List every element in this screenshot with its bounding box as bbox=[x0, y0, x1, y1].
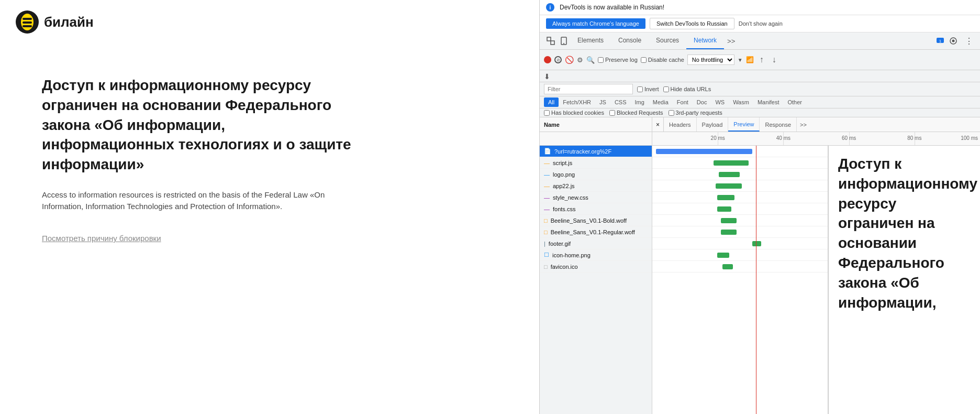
waterfall-timeline-header: 20 ms 40 ms 60 ms 80 ms 100 ms bbox=[652, 132, 980, 145]
img-icon: — bbox=[544, 171, 550, 178]
tab-network[interactable]: Network bbox=[686, 32, 724, 49]
chat-icon: 1 bbox=[936, 37, 944, 45]
info-icon: i bbox=[546, 3, 554, 12]
has-blocked-cookies-checkbox[interactable] bbox=[544, 110, 550, 116]
file-item-regularwoff[interactable]: □ Beeline_Sans_V0.1-Regular.woff bbox=[540, 226, 652, 238]
search-icon-button[interactable]: 🔍 bbox=[586, 56, 595, 64]
js-icon: — bbox=[544, 160, 550, 166]
file-name-app22js: app22.js bbox=[553, 183, 648, 189]
close-pane-button[interactable]: × bbox=[652, 117, 664, 132]
invert-checkbox[interactable] bbox=[637, 86, 643, 92]
file-name-boldwoff: Beeline_Sans_V0.1-Bold.woff bbox=[551, 217, 648, 224]
page-content: Доступ к информационному ресурсу огранич… bbox=[0, 44, 539, 275]
stop-button[interactable]: ⊘ bbox=[554, 56, 562, 63]
type-filter-fetch[interactable]: Fetch/XHR bbox=[559, 97, 595, 107]
network-toolbar: ⊘ 🚫 ⚙ 🔍 Preserve log Disable cache No th… bbox=[540, 50, 980, 70]
more-tabs-button[interactable]: >> bbox=[797, 122, 810, 128]
tab-preview[interactable]: Preview bbox=[728, 117, 760, 132]
type-filter-media[interactable]: Media bbox=[649, 97, 673, 107]
filter-input[interactable] bbox=[544, 84, 633, 94]
type-filter-all[interactable]: All bbox=[544, 97, 559, 107]
blocked-requests-label[interactable]: Blocked Requests bbox=[609, 110, 663, 116]
waterfall-area bbox=[652, 146, 828, 414]
view-block-reason-link[interactable]: Посмотреть причину блокировки bbox=[42, 234, 161, 243]
name-column-header[interactable]: Name bbox=[540, 117, 652, 132]
hide-data-urls-checkbox[interactable] bbox=[663, 86, 669, 92]
png-icon: ☐ bbox=[544, 252, 549, 258]
type-filter-css[interactable]: CSS bbox=[610, 97, 631, 107]
page-title-russian: Доступ к информационному ресурсу огранич… bbox=[42, 75, 356, 175]
file-item-app22js[interactable]: — app22.js bbox=[540, 180, 652, 192]
tab-payload[interactable]: Payload bbox=[697, 117, 729, 132]
file-item-favicon[interactable]: □ favicon.ico bbox=[540, 261, 652, 273]
more-options-button[interactable]: ⋮ bbox=[962, 33, 976, 49]
file-item-footergif[interactable]: | footer.gif bbox=[540, 238, 652, 249]
type-filter-doc[interactable]: Doc bbox=[693, 97, 711, 107]
svg-point-12 bbox=[952, 40, 955, 42]
file-item-scriptjs[interactable]: — script.js bbox=[540, 157, 652, 169]
file-name-logopng: logo.png bbox=[553, 171, 648, 178]
tab-more[interactable]: >> bbox=[724, 34, 738, 48]
page-area: билайн Доступ к информационному ресурсу … bbox=[0, 0, 539, 414]
disable-cache-checkbox[interactable] bbox=[641, 57, 647, 63]
invert-label[interactable]: Invert bbox=[637, 86, 659, 92]
settings-icon-button[interactable] bbox=[946, 34, 960, 48]
file-name-scriptjs: script.js bbox=[553, 160, 648, 166]
import-har-button[interactable]: ↑ bbox=[757, 52, 766, 68]
file-item-stylenewcss[interactable]: — style_new.css bbox=[540, 192, 652, 203]
inspect-icon-button[interactable] bbox=[544, 34, 558, 48]
preserve-log-label[interactable]: Preserve log bbox=[598, 57, 638, 63]
export-har-button[interactable]: ↓ bbox=[770, 52, 779, 68]
blocked-options-row: Has blocked cookies Blocked Requests 3rd… bbox=[540, 108, 980, 117]
hide-data-urls-label[interactable]: Hide data URLs bbox=[663, 86, 711, 92]
devtools-panel: i DevTools is now available in Russian! … bbox=[539, 0, 980, 414]
devtools-info-bar: i DevTools is now available in Russian! bbox=[540, 0, 980, 15]
switch-to-russian-button[interactable]: Switch DevTools to Russian bbox=[650, 18, 734, 29]
tab-console[interactable]: Console bbox=[611, 32, 649, 49]
record-button[interactable] bbox=[544, 56, 551, 63]
blocked-requests-checkbox[interactable] bbox=[609, 110, 615, 116]
ico-icon: □ bbox=[544, 264, 548, 270]
preserve-log-checkbox[interactable] bbox=[598, 57, 604, 63]
filter-icon-button[interactable]: ⚙ bbox=[577, 56, 583, 64]
has-blocked-cookies-label[interactable]: Has blocked cookies bbox=[544, 110, 604, 116]
type-filter-row: All Fetch/XHR JS CSS Img Media Font Doc … bbox=[540, 96, 980, 108]
css-icon: — bbox=[544, 194, 550, 201]
download-icon[interactable]: ⬇ bbox=[544, 72, 550, 81]
file-item-boldwoff[interactable]: □ Beeline_Sans_V0.1-Bold.woff bbox=[540, 215, 652, 226]
type-filter-font[interactable]: Font bbox=[673, 97, 693, 107]
device-toolbar-button[interactable] bbox=[558, 34, 570, 48]
file-list: 📄 ?url=rutracker.org%2F — script.js — lo… bbox=[540, 146, 652, 414]
file-name-regularwoff: Beeline_Sans_V0.1-Regular.woff bbox=[551, 229, 648, 235]
preview-content: Доступ к информационному ресурсу огранич… bbox=[838, 154, 971, 312]
file-item-fontscss[interactable]: — fonts.css bbox=[540, 203, 652, 215]
tab-response[interactable]: Response bbox=[760, 117, 797, 132]
type-filter-manifest[interactable]: Manifest bbox=[753, 97, 784, 107]
throttle-select[interactable]: No throttling bbox=[687, 55, 734, 65]
info-message: DevTools is now available in Russian! bbox=[560, 4, 664, 11]
dont-show-again-button[interactable]: Don't show again bbox=[739, 20, 783, 27]
match-language-button[interactable]: Always match Chrome's language bbox=[546, 18, 645, 29]
file-item-iconhome[interactable]: ☐ icon-home.png bbox=[540, 249, 652, 261]
svg-rect-5 bbox=[547, 37, 551, 41]
gif-icon: | bbox=[544, 241, 545, 247]
disable-cache-label[interactable]: Disable cache bbox=[641, 57, 684, 63]
type-filter-ws[interactable]: WS bbox=[711, 97, 729, 107]
tab-headers[interactable]: Headers bbox=[664, 117, 697, 132]
type-filter-other[interactable]: Other bbox=[783, 97, 806, 107]
type-filter-wasm[interactable]: Wasm bbox=[729, 97, 753, 107]
file-name-fontscss: fonts.css bbox=[553, 206, 648, 212]
file-name-stylenewcss: style_new.css bbox=[553, 194, 648, 201]
woff-icon-2: □ bbox=[544, 229, 548, 235]
type-filter-js[interactable]: JS bbox=[595, 97, 610, 107]
svg-rect-3 bbox=[23, 21, 32, 24]
file-item-logopng[interactable]: — logo.png bbox=[540, 169, 652, 180]
tab-elements[interactable]: Elements bbox=[570, 32, 611, 49]
network-rows-area: 📄 ?url=rutracker.org%2F — script.js — lo… bbox=[540, 146, 980, 414]
type-filter-img[interactable]: Img bbox=[631, 97, 649, 107]
tab-sources[interactable]: Sources bbox=[649, 32, 686, 49]
clear-button[interactable]: 🚫 bbox=[565, 56, 574, 64]
third-party-checkbox[interactable] bbox=[669, 110, 674, 116]
third-party-requests-label[interactable]: 3rd-party requests bbox=[669, 110, 722, 116]
file-item-rutracker[interactable]: 📄 ?url=rutracker.org%2F bbox=[540, 146, 652, 157]
